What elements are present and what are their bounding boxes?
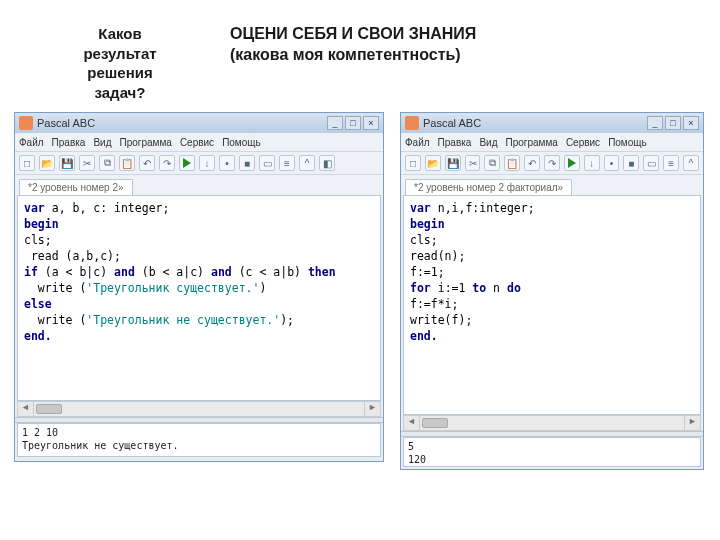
- box1-icon[interactable]: ▭: [643, 155, 659, 171]
- app-icon: [19, 116, 33, 130]
- minimize-button[interactable]: _: [327, 116, 343, 130]
- save-icon[interactable]: 💾: [445, 155, 461, 171]
- kw-to: to: [472, 281, 486, 295]
- code-text: cls;: [24, 233, 52, 247]
- stop-icon[interactable]: ■: [239, 155, 255, 171]
- caret-icon[interactable]: ^: [299, 155, 315, 171]
- kw-begin: begin: [410, 217, 445, 231]
- code-text: i:=1: [431, 281, 473, 295]
- maximize-button[interactable]: □: [665, 116, 681, 130]
- step-icon[interactable]: ↓: [199, 155, 215, 171]
- undo-icon[interactable]: ↶: [139, 155, 155, 171]
- scroll-thumb[interactable]: [36, 404, 62, 414]
- code-text: write(f);: [410, 313, 472, 327]
- maximize-button[interactable]: □: [345, 116, 361, 130]
- scroll-right-icon[interactable]: ►: [684, 416, 700, 430]
- menu-program[interactable]: Программа: [119, 137, 171, 148]
- menu-edit[interactable]: Правка: [52, 137, 86, 148]
- cut-icon[interactable]: ✂: [79, 155, 95, 171]
- editor-tab[interactable]: *2 уровень номер 2»: [19, 179, 133, 195]
- step-icon[interactable]: ↓: [584, 155, 600, 171]
- code-text: read(n);: [410, 249, 465, 263]
- misc-icon[interactable]: ◧: [319, 155, 335, 171]
- output-panel: 5 120: [403, 437, 701, 467]
- cut-icon[interactable]: ✂: [465, 155, 481, 171]
- code-text: write (: [24, 313, 86, 327]
- code-text: (a < b|c): [38, 265, 114, 279]
- menu-program[interactable]: Программа: [505, 137, 557, 148]
- app-icon: [405, 116, 419, 130]
- menu-help[interactable]: Помощь: [222, 137, 261, 148]
- box2-icon[interactable]: ≡: [279, 155, 295, 171]
- scroll-right-icon[interactable]: ►: [364, 402, 380, 416]
- paste-icon[interactable]: 📋: [119, 155, 135, 171]
- redo-icon[interactable]: ↷: [159, 155, 175, 171]
- kw-begin: begin: [24, 217, 59, 231]
- dot-icon[interactable]: •: [604, 155, 620, 171]
- box1-icon[interactable]: ▭: [259, 155, 275, 171]
- dot-icon[interactable]: •: [219, 155, 235, 171]
- toolbar: □ 📂 💾 ✂ ⧉ 📋 ↶ ↷ ↓ • ■ ▭ ≡ ^: [401, 151, 703, 175]
- scroll-left-icon[interactable]: ◄: [404, 416, 420, 430]
- code-editor[interactable]: var n,i,f:integer; begin cls; read(n); f…: [403, 195, 701, 415]
- scroll-thumb[interactable]: [422, 418, 448, 428]
- menu-service[interactable]: Сервис: [180, 137, 214, 148]
- save-icon[interactable]: 💾: [59, 155, 75, 171]
- open-icon[interactable]: 📂: [425, 155, 441, 171]
- titlebar[interactable]: Pascal ABC _ □ ×: [15, 113, 383, 133]
- paste-icon[interactable]: 📋: [504, 155, 520, 171]
- menu-view[interactable]: Вид: [479, 137, 497, 148]
- menu-file[interactable]: Файл: [19, 137, 44, 148]
- undo-icon[interactable]: ↶: [524, 155, 540, 171]
- editor-tab[interactable]: *2 уровень номер 2 факториал»: [405, 179, 572, 195]
- heading-right-l1: ОЦЕНИ СЕБЯ И СВОИ ЗНАНИЯ: [230, 25, 476, 42]
- minimize-button[interactable]: _: [647, 116, 663, 130]
- code-text: (b < a|c): [135, 265, 211, 279]
- output-panel: 1 2 10 Треугольник не существует.: [17, 423, 381, 457]
- tabbar: *2 уровень номер 2»: [15, 175, 383, 195]
- menu-service[interactable]: Сервис: [566, 137, 600, 148]
- heading-right-l2: (какова моя компетентность): [230, 46, 461, 63]
- ide-window-left: Pascal ABC _ □ × Файл Правка Вид Програм…: [14, 112, 384, 462]
- horizontal-scrollbar[interactable]: ◄ ►: [17, 401, 381, 417]
- kw-for: for: [410, 281, 431, 295]
- code-text: a, b, c: integer;: [45, 201, 170, 215]
- new-icon[interactable]: □: [405, 155, 421, 171]
- code-text: cls;: [410, 233, 438, 247]
- kw-then: then: [308, 265, 336, 279]
- menu-edit[interactable]: Правка: [438, 137, 472, 148]
- app-title: Pascal ABC: [423, 117, 481, 129]
- toolbar: □ 📂 💾 ✂ ⧉ 📋 ↶ ↷ ↓ • ■ ▭ ≡ ^ ◧: [15, 151, 383, 175]
- close-button[interactable]: ×: [363, 116, 379, 130]
- ide-window-right: Pascal ABC _ □ × Файл Правка Вид Програм…: [400, 112, 704, 470]
- kw-var: var: [410, 201, 431, 215]
- close-button[interactable]: ×: [683, 116, 699, 130]
- new-icon[interactable]: □: [19, 155, 35, 171]
- menubar: Файл Правка Вид Программа Сервис Помощь: [15, 133, 383, 151]
- stop-icon[interactable]: ■: [623, 155, 639, 171]
- horizontal-scrollbar[interactable]: ◄ ►: [403, 415, 701, 431]
- code-text: write (: [24, 281, 86, 295]
- run-icon[interactable]: [564, 155, 580, 171]
- scroll-left-icon[interactable]: ◄: [18, 402, 34, 416]
- menu-file[interactable]: Файл: [405, 137, 430, 148]
- titlebar[interactable]: Pascal ABC _ □ ×: [401, 113, 703, 133]
- heading-left: Каков результат решения задач?: [60, 24, 180, 102]
- code-text: n,i,f:integer;: [431, 201, 535, 215]
- code-editor[interactable]: var a, b, c: integer; begin cls; read (a…: [17, 195, 381, 401]
- code-text: read (a,b,c);: [24, 249, 121, 263]
- open-icon[interactable]: 📂: [39, 155, 55, 171]
- code-text: n: [486, 281, 507, 295]
- box2-icon[interactable]: ≡: [663, 155, 679, 171]
- menu-view[interactable]: Вид: [93, 137, 111, 148]
- code-text: f:=1;: [410, 265, 445, 279]
- caret-icon[interactable]: ^: [683, 155, 699, 171]
- code-text: ): [259, 281, 266, 295]
- run-icon[interactable]: [179, 155, 195, 171]
- menu-help[interactable]: Помощь: [608, 137, 647, 148]
- code-text: f:=f*i;: [410, 297, 458, 311]
- copy-icon[interactable]: ⧉: [99, 155, 115, 171]
- tabbar: *2 уровень номер 2 факториал»: [401, 175, 703, 195]
- redo-icon[interactable]: ↷: [544, 155, 560, 171]
- copy-icon[interactable]: ⧉: [484, 155, 500, 171]
